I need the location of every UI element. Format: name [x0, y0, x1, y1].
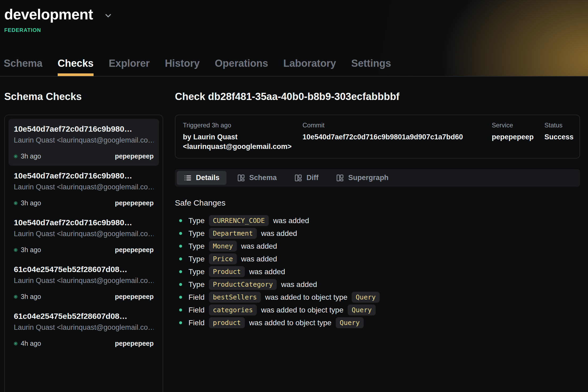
change-kind: Field [188, 306, 205, 314]
change-kind: Field [188, 319, 205, 327]
bullet-icon [179, 245, 182, 248]
change-code-chip: product [209, 317, 245, 328]
schema-check-list-item[interactable]: 61c04e25475eb52f28607d08… Laurin Quast <… [9, 259, 159, 306]
project-tabs: Schema Checks Explorer History Operation… [4, 58, 391, 76]
check-service: pepepepeep [115, 246, 154, 254]
meta-triggered-email: <laurinquast@googlemail.com> [183, 142, 303, 151]
change-row: Type ProductCategory was added [175, 278, 580, 291]
schema-checks-list: 10e540d7aef72c0d716c9b980… Laurin Quast … [4, 115, 163, 392]
change-description: was added [273, 216, 309, 225]
change-row: Field categories was added to object typ… [175, 304, 580, 316]
project-tab[interactable]: Laboratory [283, 58, 336, 76]
meta-commit-value: 10e540d7aef72c0d716c9b9801a9d907c1a7bd60 [303, 132, 492, 142]
meta-status-value: Success [544, 132, 574, 142]
meta-triggered: Triggered 3h ago by Laurin Quast <laurin… [183, 122, 303, 152]
change-target-chip: Query [348, 305, 376, 315]
meta-status: Status Success [544, 122, 574, 152]
check-service: pepepepeep [115, 152, 154, 160]
check-time: 3h ago [21, 293, 41, 301]
chevron-down-icon[interactable] [104, 11, 113, 20]
change-description: was added [281, 280, 317, 289]
change-row: Field product was added to object type Q… [175, 316, 580, 329]
check-view-tabs: Details Schema [175, 169, 580, 187]
change-kind: Type [188, 216, 205, 225]
schema-check-list-item[interactable]: 61c04e25475eb52f28607d08… Laurin Quast <… [9, 306, 159, 353]
change-kind: Type [188, 229, 205, 238]
bullet-icon [179, 257, 182, 260]
change-row: Type Product was added [175, 265, 580, 278]
success-dot-icon [14, 248, 18, 252]
check-author: Laurin Quast <laurinquast@googlemail.co… [14, 136, 154, 144]
change-target-chip: Query [336, 317, 364, 328]
check-author: Laurin Quast <laurinquast@googlemail.co… [14, 323, 154, 332]
change-description: was added [241, 242, 277, 251]
check-time: 3h ago [21, 199, 41, 207]
project-tab-label: History [165, 58, 200, 69]
meta-service-label: Service [492, 122, 544, 129]
change-code-chip: ProductCategory [209, 279, 277, 290]
meta-triggered-by: by Laurin Quast [183, 132, 303, 142]
schema-check-list-item[interactable]: 10e540d7aef72c0d716c9b980… Laurin Quast … [9, 166, 159, 212]
columns-icon [237, 174, 245, 182]
change-description: was added [249, 268, 285, 276]
change-kind: Field [188, 293, 205, 302]
bullet-icon [179, 270, 182, 273]
project-tab-label: Laboratory [283, 58, 336, 69]
check-author: Laurin Quast <laurinquast@googlemail.co… [14, 277, 154, 285]
check-author: Laurin Quast <laurinquast@googlemail.co… [14, 230, 154, 238]
main-content: Schema Checks 10e540d7aef72c0d716c9b980…… [0, 77, 588, 392]
change-description: was added to object type [265, 293, 347, 302]
meta-commit-label: Commit [303, 122, 492, 129]
check-meta-row: 3h ago pepepepeep [14, 246, 154, 254]
safe-changes-title: Safe Changes [175, 198, 580, 207]
change-kind: Type [188, 268, 205, 276]
check-view-tab-label: Supergraph [348, 174, 389, 182]
check-time: 3h ago [21, 246, 41, 254]
safe-changes-list: Type CURRENCY_CODE was added Type Depart… [175, 214, 580, 329]
columns-icon [294, 174, 302, 182]
change-description: was added [241, 255, 277, 263]
check-id: 10e540d7aef72c0d716c9b980… [14, 124, 154, 134]
change-description: was added [261, 229, 297, 238]
columns-icon [336, 174, 344, 182]
project-tab[interactable]: Checks [58, 58, 94, 76]
project-tab-label: Operations [215, 58, 268, 69]
bullet-icon [179, 321, 182, 324]
meta-status-label: Status [544, 122, 574, 129]
check-meta-row: 4h ago pepepepeep [14, 340, 154, 347]
check-view-tab-label: Diff [306, 174, 318, 182]
project-tab[interactable]: Explorer [109, 58, 150, 76]
change-description: was added to object type [249, 319, 331, 327]
meta-service-value: pepepepeep [492, 132, 544, 142]
project-tab[interactable]: Schema [4, 58, 43, 76]
change-code-chip: Money [209, 241, 237, 252]
project-tab[interactable]: History [165, 58, 200, 76]
check-view-tab[interactable]: Schema [230, 171, 284, 185]
check-id: 10e540d7aef72c0d716c9b980… [14, 171, 154, 180]
check-view-tab[interactable]: Supergraph [329, 171, 396, 185]
check-id: 10e540d7aef72c0d716c9b980… [14, 218, 154, 227]
check-service: pepepepeep [115, 293, 154, 301]
project-tab[interactable]: Settings [351, 58, 391, 76]
list-icon [184, 174, 192, 182]
change-row: Field bestSellers was added to object ty… [175, 291, 580, 304]
change-code-chip: Product [209, 266, 245, 277]
check-service: pepepepeep [115, 199, 154, 207]
app-header: development FEDERATION Schema Checks Exp… [0, 0, 588, 77]
success-dot-icon [14, 342, 18, 345]
success-dot-icon [14, 155, 18, 158]
change-code-chip: bestSellers [209, 292, 261, 303]
project-tab[interactable]: Operations [215, 58, 268, 76]
change-target-chip: Query [352, 292, 380, 303]
check-author: Laurin Quast <laurinquast@googlemail.co… [14, 183, 154, 191]
success-dot-icon [14, 295, 18, 299]
change-code-chip: Department [209, 228, 257, 239]
check-view-tab-label: Details [196, 174, 220, 182]
check-id: 61c04e25475eb52f28607d08… [14, 312, 154, 321]
schema-checks-title: Schema Checks [4, 91, 163, 102]
check-view-tab[interactable]: Diff [287, 171, 325, 185]
check-view-tab[interactable]: Details [177, 171, 226, 185]
schema-check-list-item[interactable]: 10e540d7aef72c0d716c9b980… Laurin Quast … [9, 212, 159, 259]
project-title: development [4, 6, 93, 23]
schema-check-list-item[interactable]: 10e540d7aef72c0d716c9b980… Laurin Quast … [9, 119, 159, 166]
